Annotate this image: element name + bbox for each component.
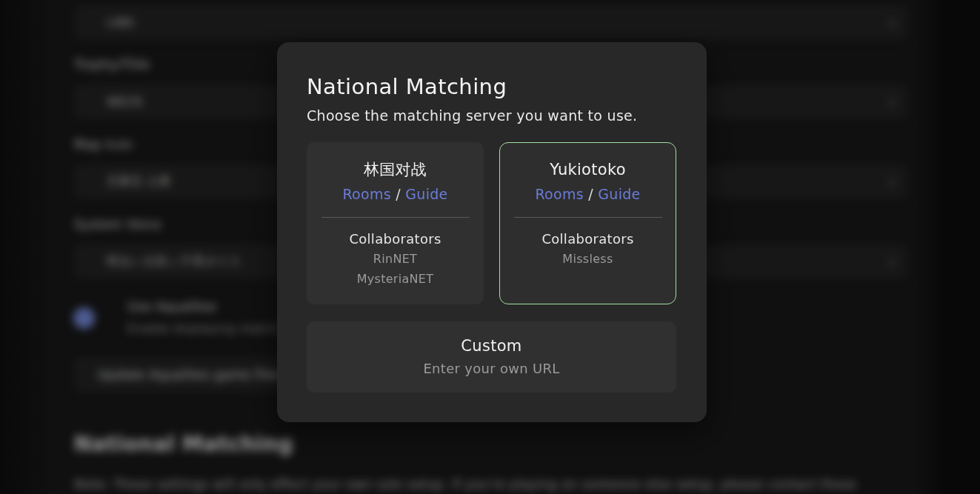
server-links: Rooms / Guide	[307, 184, 483, 204]
server-card-linguo[interactable]: 林国对战 Rooms / Guide Collaborators RinNET …	[307, 142, 484, 304]
server-name: Yukiotoko	[500, 159, 676, 180]
rooms-link[interactable]: Rooms	[535, 186, 584, 202]
card-divider	[321, 217, 470, 218]
link-separator: /	[584, 186, 598, 202]
collaborator: MysteriaNET	[307, 269, 483, 289]
custom-title: Custom	[307, 335, 676, 357]
modal-title: National Matching	[307, 73, 677, 100]
collaborator: Missless	[500, 249, 676, 269]
modal-subtitle: Choose the matching server you want to u…	[307, 106, 677, 125]
card-divider	[514, 217, 662, 218]
guide-link[interactable]: Guide	[598, 186, 640, 202]
server-name: 林国对战	[307, 159, 483, 180]
collaborators-heading: Collaborators	[307, 230, 483, 249]
link-separator: /	[391, 186, 405, 202]
collaborator: RinNET	[307, 249, 483, 269]
guide-link[interactable]: Guide	[405, 186, 447, 202]
server-links: Rooms / Guide	[500, 184, 676, 204]
rooms-link[interactable]: Rooms	[342, 186, 391, 202]
server-card-yukiotoko[interactable]: Yukiotoko Rooms / Guide Collaborators Mi…	[499, 142, 676, 304]
custom-subtitle: Enter your own URL	[307, 358, 676, 379]
collaborators-heading: Collaborators	[500, 230, 676, 249]
national-matching-modal: National Matching Choose the matching se…	[277, 42, 707, 422]
server-card-custom[interactable]: Custom Enter your own URL	[307, 321, 676, 393]
server-options: 林国对战 Rooms / Guide Collaborators RinNET …	[307, 142, 677, 304]
